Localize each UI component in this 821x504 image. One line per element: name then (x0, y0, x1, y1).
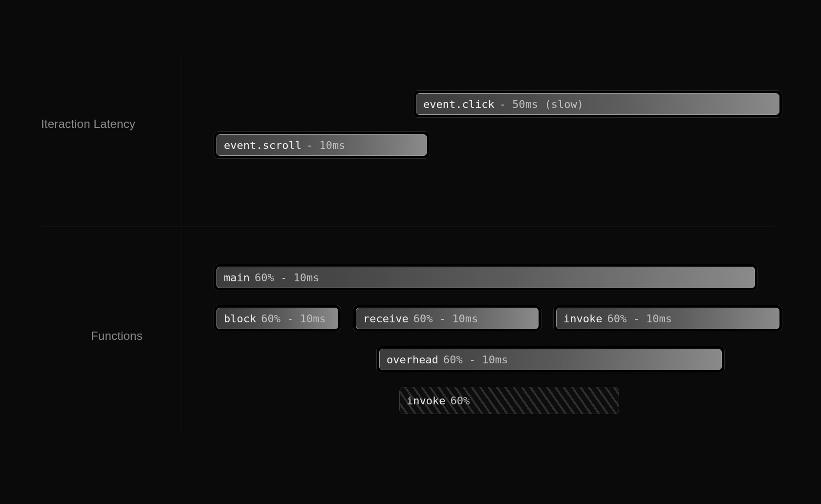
span-name: overhead (387, 354, 438, 366)
span-receive[interactable]: receive 60% - 10ms (353, 305, 541, 332)
span-main[interactable]: main 60% - 10ms (214, 264, 758, 291)
span-meta: 60% - 10ms (443, 354, 508, 366)
span-meta: 60% (450, 395, 470, 407)
span-name: main (224, 272, 250, 284)
section-label-latency: Iteraction Latency (41, 117, 135, 131)
span-block[interactable]: block 60% - 10ms (214, 305, 341, 332)
span-meta: 60% - 10ms (255, 272, 319, 284)
vertical-divider (180, 56, 180, 432)
span-name: invoke (407, 395, 445, 407)
span-invoke[interactable]: invoke 60% - 10ms (553, 305, 782, 332)
span-invoke-hatched[interactable]: invoke 60% (399, 387, 619, 414)
span-meta: - 50ms (slow) (499, 98, 583, 110)
profiler-timeline: Iteraction Latency Functions event.click… (0, 0, 821, 504)
span-event-scroll[interactable]: event.scroll - 10ms (214, 131, 430, 159)
span-meta: 60% - 10ms (607, 313, 671, 325)
section-label-functions: Functions (91, 329, 143, 343)
span-event-click[interactable]: event.click - 50ms (slow) (413, 90, 782, 118)
span-meta: 60% - 10ms (413, 313, 478, 325)
span-meta: - 10ms (306, 139, 345, 151)
span-overhead[interactable]: overhead 60% - 10ms (376, 346, 725, 373)
span-meta: 60% - 10ms (261, 313, 325, 325)
span-name: block (224, 313, 256, 325)
horizontal-divider (42, 227, 775, 227)
span-name: receive (363, 313, 409, 325)
span-name: event.scroll (224, 139, 302, 151)
span-name: invoke (563, 313, 602, 325)
span-name: event.click (423, 98, 495, 110)
